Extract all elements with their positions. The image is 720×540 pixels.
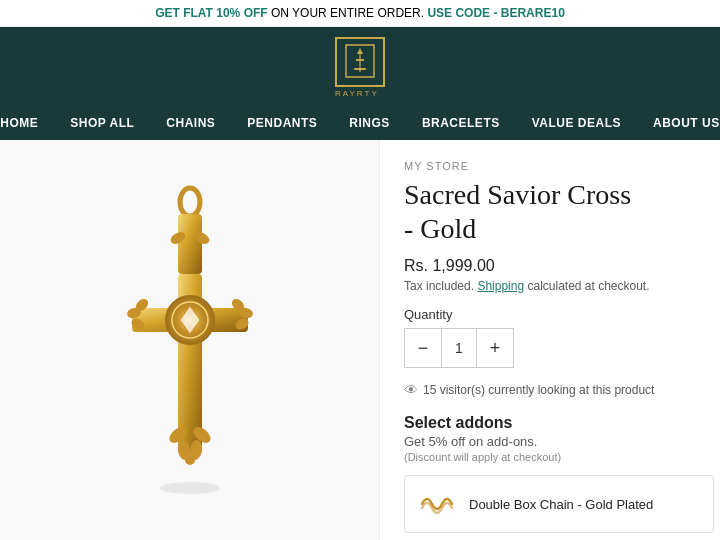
quantity-control: − 1 + — [404, 328, 514, 368]
visitors-text: 15 visitor(s) currently looking at this … — [423, 383, 654, 397]
eye-icon: 👁 — [404, 382, 418, 398]
top-banner: GET FLAT 10% OFF ON YOUR ENTIRE ORDER. U… — [0, 0, 720, 27]
logo-box — [335, 37, 385, 87]
product-image — [90, 180, 290, 500]
main-content: MY STORE Sacred Savior Cross - Gold Rs. … — [0, 140, 720, 540]
quantity-increase-button[interactable]: + — [477, 329, 513, 367]
product-title-line1: Sacred Savior Cross — [404, 179, 631, 210]
svg-point-5 — [180, 188, 200, 216]
nav-bracelets[interactable]: BRACELETS — [406, 106, 516, 140]
addon-card[interactable]: Double Box Chain - Gold Plated — [404, 475, 714, 533]
header: RAYRTY HOME SHOP ALL CHAINS PENDANTS RIN… — [0, 27, 720, 140]
nav-shop-all[interactable]: SHOP ALL — [54, 106, 150, 140]
product-details: MY STORE Sacred Savior Cross - Gold Rs. … — [380, 140, 720, 540]
addon-chain-name: Double Box Chain - Gold Plated — [469, 497, 653, 512]
nav-about-us[interactable]: ABOUT US — [637, 106, 720, 140]
quantity-label: Quantity — [404, 307, 696, 322]
banner-text-middle: ON YOUR ENTIRE ORDER. — [271, 6, 427, 20]
nav-pendants[interactable]: PENDANTS — [231, 106, 333, 140]
visitors-info: 👁 15 visitor(s) currently looking at thi… — [404, 382, 696, 398]
nav-chains[interactable]: CHAINS — [150, 106, 231, 140]
addon-chain-image — [417, 484, 457, 524]
checkout-text: calculated at checkout. — [527, 279, 649, 293]
logo-text: RAYRTY — [335, 89, 385, 98]
svg-rect-3 — [356, 59, 364, 61]
svg-point-24 — [185, 455, 195, 465]
nav-rings[interactable]: RINGS — [333, 106, 406, 140]
svg-marker-2 — [357, 48, 363, 54]
tax-text: Tax included. — [404, 279, 474, 293]
product-price: Rs. 1,999.00 — [404, 257, 696, 275]
addons-title: Select addons — [404, 414, 696, 432]
nav-value-deals[interactable]: VALUE DEALS — [516, 106, 637, 140]
main-nav: HOME SHOP ALL CHAINS PENDANTS RINGS BRAC… — [0, 106, 720, 140]
addons-note: (Discount will apply at checkout) — [404, 451, 696, 463]
banner-highlight-1: GET FLAT 10% OFF — [155, 6, 267, 20]
shipping-link[interactable]: Shipping — [477, 279, 524, 293]
logo-inner — [345, 44, 375, 81]
product-title: Sacred Savior Cross - Gold — [404, 178, 696, 245]
quantity-decrease-button[interactable]: − — [405, 329, 441, 367]
nav-home[interactable]: HOME — [0, 106, 54, 140]
quantity-value: 1 — [441, 329, 477, 367]
svg-rect-6 — [178, 214, 202, 274]
product-title-line2: - Gold — [404, 213, 476, 244]
svg-rect-4 — [354, 68, 366, 70]
banner-code: USE CODE - BERARE10 — [427, 6, 564, 20]
logo[interactable]: RAYRTY — [335, 37, 385, 98]
tax-info: Tax included. Shipping calculated at che… — [404, 279, 696, 293]
banner-text: GET FLAT 10% OFF ON YOUR ENTIRE ORDER. U… — [155, 6, 565, 20]
product-image-area — [0, 140, 380, 540]
svg-point-25 — [160, 482, 220, 494]
addons-discount: Get 5% off on add-ons. — [404, 434, 696, 449]
store-label: MY STORE — [404, 160, 696, 172]
